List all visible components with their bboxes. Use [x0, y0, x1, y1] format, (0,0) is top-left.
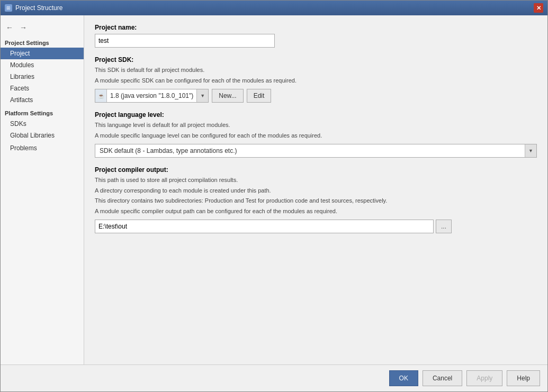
compiler-section-title: Project compiler output: [95, 166, 537, 174]
lang-dropdown-button[interactable]: ▼ [525, 144, 536, 157]
sdk-row: ☕ 1.8 (java version "1.8.0_101") ▼ New..… [95, 89, 537, 103]
sdk-desc2: A module specific SDK can be configured … [95, 76, 537, 85]
sdk-edit-button[interactable]: Edit [247, 89, 272, 103]
compiler-desc1: This path is used to store all project c… [95, 176, 537, 185]
sdk-section-title: Project SDK: [95, 56, 537, 63]
lang-desc2: A module specific language level can be … [95, 131, 537, 140]
cancel-button[interactable]: Cancel [423, 370, 462, 386]
platform-settings-header: Platform Settings [1, 106, 84, 118]
project-name-input[interactable] [95, 34, 275, 48]
compiler-output-input[interactable] [95, 220, 434, 233]
sidebar-item-libraries[interactable]: Libraries [1, 71, 84, 83]
sdk-icon: ☕ [95, 89, 107, 102]
lang-select-text: SDK default (8 - Lambdas, type annotatio… [95, 147, 525, 154]
nav-toolbar: ← → [1, 20, 84, 38]
close-button[interactable]: ✕ [534, 3, 543, 13]
window-title: Project Structure [15, 4, 62, 12]
sdk-desc1: This SDK is default for all project modu… [95, 66, 537, 75]
sidebar-item-global-libraries[interactable]: Global Libraries [1, 130, 84, 141]
sidebar-item-sdks[interactable]: SDKs [1, 118, 84, 130]
sdk-select[interactable]: ☕ 1.8 (java version "1.8.0_101") ▼ [95, 89, 209, 103]
window-icon: ⊞ [5, 4, 12, 12]
compiler-desc4: A module specific compiler output path c… [95, 207, 537, 216]
main-content: Project name: Project SDK: This SDK is d… [84, 15, 547, 364]
help-button[interactable]: Help [507, 370, 540, 386]
back-button[interactable]: ← [4, 22, 15, 33]
footer: OK Cancel Apply Help [1, 364, 547, 391]
window-body: ← → Project Settings Project Modules Lib… [1, 15, 547, 364]
ok-button[interactable]: OK [389, 370, 418, 386]
lang-select[interactable]: SDK default (8 - Lambdas, type annotatio… [95, 144, 537, 158]
sidebar-item-problems[interactable]: Problems [1, 141, 84, 154]
title-bar: ⊞ Project Structure ✕ [1, 1, 547, 15]
project-name-label: Project name: [95, 24, 537, 31]
forward-button[interactable]: → [17, 22, 29, 33]
compiler-desc3: This directory contains two subdirectori… [95, 196, 537, 205]
sidebar-item-artifacts[interactable]: Artifacts [1, 94, 84, 106]
project-structure-window: ⊞ Project Structure ✕ ← → Project Settin… [0, 0, 548, 392]
title-bar-left: ⊞ Project Structure [5, 4, 62, 12]
lang-desc1: This language level is default for all p… [95, 121, 537, 130]
output-row: ... [95, 220, 537, 233]
sidebar-item-facets[interactable]: Facets [1, 83, 84, 94]
sidebar: ← → Project Settings Project Modules Lib… [1, 15, 84, 364]
sidebar-item-project[interactable]: Project [1, 48, 84, 59]
sidebar-item-modules[interactable]: Modules [1, 59, 84, 71]
compiler-desc2: A directory corresponding to each module… [95, 186, 537, 195]
sdk-new-button[interactable]: New... [212, 89, 243, 103]
browse-button[interactable]: ... [436, 220, 452, 233]
sdk-dropdown-button[interactable]: ▼ [196, 89, 208, 102]
project-settings-header: Project Settings [1, 38, 84, 48]
sdk-select-text: 1.8 (java version "1.8.0_101") [107, 92, 196, 99]
lang-section-title: Project language level: [95, 111, 537, 118]
apply-button[interactable]: Apply [466, 370, 502, 386]
